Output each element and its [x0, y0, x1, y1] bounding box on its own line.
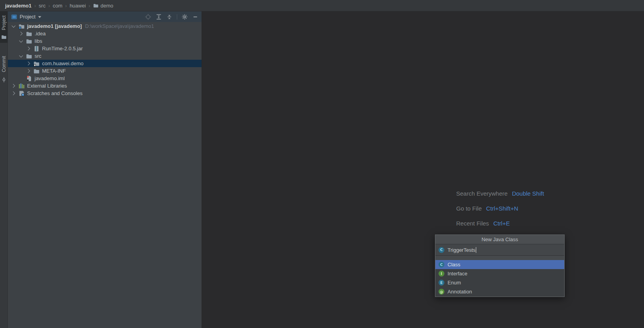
breadcrumb-separator: ›: [65, 3, 67, 9]
breadcrumb-separator: ›: [34, 3, 36, 9]
tree-row-javademo.iml[interactable]: javademo.iml: [8, 75, 202, 82]
panel-header-actions: [141, 14, 198, 20]
folder-icon: [33, 68, 40, 74]
package-icon: [33, 60, 40, 67]
text-caret: [476, 247, 476, 253]
kind-option-label: Annotation: [448, 289, 472, 295]
folder-icon: [93, 3, 99, 8]
chevron-right-icon[interactable]: [11, 83, 16, 88]
hide-icon-button[interactable]: [192, 14, 198, 20]
chevron-down-icon[interactable]: [18, 53, 24, 59]
breadcrumb-item-demo[interactable]: demo: [93, 3, 114, 9]
shortcut-hint: Search EverywhereDouble Shift: [456, 186, 544, 201]
new-java-class-dialog: New Java Class C TriggerTests CClassIInt…: [435, 235, 565, 297]
tree-node-label: RunTime-2.0.5.jar: [42, 46, 83, 51]
breadcrumb-separator: ›: [48, 3, 50, 9]
chevron-right-icon[interactable]: [11, 91, 16, 96]
commit-icon[interactable]: [1, 77, 7, 82]
dialog-separator: [435, 256, 564, 260]
tree-row-.idea[interactable]: .idea: [8, 30, 202, 37]
shortcut-keystroke: Double Shift: [512, 190, 544, 197]
class-icon: C: [439, 262, 444, 268]
chevron-right-icon[interactable]: [26, 61, 31, 66]
kind-option-annotation[interactable]: @Annotation: [435, 287, 564, 296]
shortcut-action-label: Search Everywhere: [456, 190, 508, 197]
settings-icon-button[interactable]: [182, 14, 188, 20]
collapse-all-icon-button[interactable]: [166, 14, 172, 20]
breadcrumb-item-javademo1[interactable]: javademo1: [5, 3, 31, 9]
project-tree: javademo1 [javademo]D:\workSpace\java\ja…: [8, 22, 202, 97]
expand-all-icon-button[interactable]: [156, 14, 162, 20]
chevron-down-icon[interactable]: [38, 16, 41, 18]
class-icon: C: [439, 247, 444, 253]
breadcrumb-label: huawei: [70, 3, 86, 9]
breadcrumb-item-src[interactable]: src: [39, 3, 46, 9]
chevron-right-icon[interactable]: [26, 46, 31, 51]
kind-option-label: Interface: [448, 271, 468, 277]
kind-option-class[interactable]: CClass: [435, 260, 564, 269]
project-panel-title[interactable]: Project: [20, 14, 35, 20]
shortcut-action-label: Go to File: [456, 205, 482, 212]
kind-option-enum[interactable]: EEnum: [435, 278, 564, 287]
ide-window: javademo1›src›com›huawei›demo Project Co…: [0, 0, 644, 328]
breadcrumb: javademo1›src›com›huawei›demo: [5, 3, 113, 9]
tree-row-com.huawei.demo[interactable]: com.huawei.demo: [8, 60, 202, 67]
project-folder-icon: [18, 23, 25, 29]
kind-option-interface[interactable]: IInterface: [435, 269, 564, 278]
tool-window-stripe: Project Commit: [0, 11, 8, 328]
stripe-tab-commit[interactable]: Commit: [1, 52, 7, 76]
dialog-title: New Java Class: [435, 235, 564, 244]
iml-icon: [26, 75, 32, 82]
shortcut-keystroke: Ctrl+E: [493, 220, 510, 227]
chevron-down-icon[interactable]: [11, 24, 16, 29]
tree-row-META-INF[interactable]: META-INF: [8, 67, 202, 75]
kind-option-label: Enum: [448, 280, 461, 286]
locate-icon-button[interactable]: [145, 14, 151, 20]
breadcrumb-item-huawei[interactable]: huawei: [70, 3, 86, 9]
tree-node-label: META-INF: [42, 68, 66, 74]
tree-node-label: External Libraries: [27, 83, 67, 89]
tree-node-label: com.huawei.demo: [42, 60, 84, 66]
tree-row-javademo1[interactable]: javademo1 [javademo]D:\workSpace\java\ja…: [8, 22, 202, 30]
folder-icon: [26, 31, 32, 37]
scratches-icon: [18, 90, 25, 97]
shortcut-keystroke: Ctrl+Shift+N: [486, 205, 518, 212]
tree-row-libs[interactable]: libs: [8, 37, 202, 45]
editor-shortcut-hints: Search EverywhereDouble ShiftGo to FileC…: [456, 186, 544, 231]
tree-node-path: D:\workSpace\java\javademo1: [85, 23, 154, 29]
kind-list: CClassIInterfaceEEnum@Annotation: [435, 260, 564, 297]
interface-icon: I: [439, 271, 444, 277]
chevron-down-icon[interactable]: [18, 38, 24, 44]
libraries-icon: [18, 83, 25, 89]
tree-row-External[interactable]: External Libraries: [8, 82, 202, 90]
project-panel-header: Project: [8, 11, 202, 22]
tree-row-RunTime-2.0.5.jar[interactable]: RunTime-2.0.5.jar: [8, 45, 202, 52]
folder-icon: [26, 53, 32, 59]
project-tool-window: Project javademo1 [javademo]D:\workSpace…: [8, 11, 202, 328]
shortcut-hint: Recent FilesCtrl+E: [456, 216, 544, 231]
tree-node-label: libs: [35, 38, 42, 44]
tree-row-src[interactable]: src: [8, 52, 202, 60]
folder-icon: [26, 38, 32, 44]
chevron-right-icon[interactable]: [26, 68, 31, 73]
breadcrumb-label: src: [39, 3, 46, 9]
breadcrumb-label: demo: [101, 3, 114, 9]
breadcrumb-bar: javademo1›src›com›huawei›demo: [0, 0, 644, 11]
annotation-icon: @: [439, 289, 444, 295]
tree-node-label: .idea: [35, 31, 46, 37]
tree-row-Scratches[interactable]: Scratches and Consoles: [8, 90, 202, 97]
class-name-value: TriggerTests: [448, 247, 475, 253]
enum-icon: E: [439, 280, 444, 286]
tree-node-label: src: [35, 53, 41, 59]
tree-node-label: javademo.iml: [35, 75, 65, 81]
breadcrumb-item-com[interactable]: com: [53, 3, 62, 9]
breadcrumb-label: javademo1: [5, 3, 31, 9]
breadcrumb-separator: ›: [88, 3, 90, 9]
chevron-right-icon[interactable]: [18, 31, 24, 36]
stripe-tab-project[interactable]: Project: [1, 11, 7, 35]
folder-icon[interactable]: [1, 34, 7, 40]
class-name-input[interactable]: C TriggerTests: [435, 244, 564, 256]
kind-option-label: Class: [448, 262, 461, 268]
breadcrumb-label: com: [53, 3, 62, 9]
shortcut-action-label: Recent Files: [456, 220, 489, 227]
